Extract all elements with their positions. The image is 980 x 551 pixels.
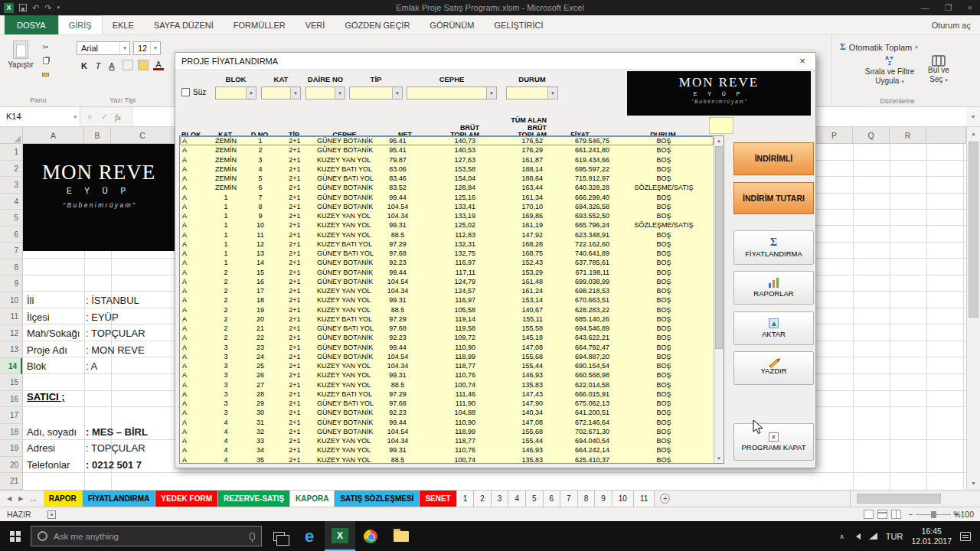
table-row[interactable]: A 3 30 2+1 GÜNEY BOTANİK 92.23 104,88 14… [180, 408, 714, 417]
table-row[interactable]: A 1 14 2+1 GÜNEY BOTANİK 92.23 116,97 15… [180, 258, 714, 267]
print-button[interactable]: YAZDIR [733, 351, 814, 385]
chevron-down-icon[interactable]: ▼ [392, 87, 402, 99]
vertical-scrollbar[interactable]: ▲ ▼ [966, 127, 980, 490]
discount-amount-button[interactable]: İNDİRİM TUTARI [733, 182, 814, 214]
format-painter-button[interactable] [40, 69, 51, 80]
table-row[interactable]: A ZEMİN 3 2+1 KUZEY YAN YOL 79.87 127,63… [180, 155, 714, 165]
sheet-tab[interactable]: 2 [474, 491, 492, 507]
table-row[interactable]: A ZEMİN 5 2+1 GÜNEY BATI YOL 83.46 154,0… [180, 174, 714, 183]
taskbar-search[interactable]: Ask me anything [31, 526, 262, 546]
new-sheet-button[interactable]: + [655, 491, 675, 507]
sheet-tab[interactable]: 10 [612, 491, 634, 507]
macro-record-icon[interactable] [47, 510, 56, 519]
close-program-button[interactable]: × PROGRAMI KAPAT [733, 423, 814, 461]
task-view-button[interactable] [263, 521, 294, 551]
transfer-button[interactable]: AKTAR [733, 311, 814, 345]
row-header[interactable]: 2 [0, 161, 22, 178]
notification-center-icon[interactable] [960, 532, 971, 541]
ribbon-tab[interactable]: DOSYA [5, 15, 58, 34]
scrollbar-thumb[interactable] [969, 142, 978, 318]
row-header[interactable]: 17 [0, 407, 22, 424]
scrollbar-thumb[interactable] [715, 146, 723, 349]
network-icon[interactable] [869, 533, 877, 540]
row-header[interactable]: 21 [0, 473, 22, 490]
scrollbar-thumb[interactable] [857, 494, 941, 504]
table-row[interactable]: A ZEMİN 6 2+1 GÜNEY BOTANİK 83.52 128,84… [180, 183, 714, 192]
sheet-tab[interactable]: 6 [544, 491, 561, 507]
ribbon-tab[interactable]: VERİ [296, 15, 335, 34]
table-row[interactable]: A 2 16 2+1 GÜNEY BOTANİK 104.54 124,79 1… [180, 277, 714, 286]
column-header[interactable]: P [816, 127, 853, 144]
chevron-down-icon[interactable]: ▾ [119, 42, 129, 54]
filter-combo-blok[interactable]: ▼ [215, 86, 256, 99]
table-row[interactable]: A 4 32 2+1 GÜNEY BOTANİK 104.54 118,99 1… [180, 427, 714, 436]
table-row[interactable]: A 3 26 2+1 KUZEY YAN YOL 99.31 110,76 14… [180, 370, 714, 380]
scroll-up-icon[interactable]: ▲ [967, 127, 980, 140]
tabs-more-icon[interactable]: ... [30, 494, 36, 503]
reports-button[interactable]: RAPORLAR [733, 271, 814, 305]
table-row[interactable]: A 2 21 2+1 GÜNEY BATI YOL 97.68 119,58 1… [180, 324, 714, 333]
microphone-icon[interactable] [250, 533, 255, 540]
column-header[interactable]: B [84, 127, 111, 144]
table-row[interactable]: A 3 23 2+1 GÜNEY BOTANİK 99.44 110,90 14… [180, 343, 714, 352]
table-row[interactable]: A 3 29 2+1 GÜNEY BATI YOL 97.68 111,90 1… [180, 399, 714, 408]
language-indicator[interactable]: TUR [886, 532, 903, 541]
paste-button[interactable]: Yapıştır [5, 40, 37, 69]
formula-bar-expand-icon[interactable]: ▾ [966, 107, 980, 126]
table-row[interactable]: A 3 25 2+1 KUZEY YAN YOL 104.34 118,77 1… [180, 361, 714, 370]
table-row[interactable]: A 1 12 2+1 KUZEY BATI YOL 97.29 132,31 1… [180, 240, 714, 249]
select-all-corner[interactable] [0, 127, 23, 144]
table-row[interactable]: A ZEMİN 2 2+1 GÜNEY BOTANİK 95.41 140,53… [180, 145, 714, 155]
cut-button[interactable]: ✂ [40, 41, 51, 52]
sheet-tab[interactable]: SENET [420, 491, 456, 507]
sort-filter-button[interactable]: A▼Z Sırala ve Filtre Uygula ▾ [863, 55, 916, 86]
row-header[interactable]: 19 [0, 440, 22, 457]
table-row[interactable]: A 3 28 2+1 KUZEY BATI YOL 97.29 111,46 1… [180, 390, 714, 399]
column-header[interactable] [926, 127, 966, 144]
chevron-down-icon[interactable]: ▼ [547, 87, 557, 99]
copy-button[interactable] [40, 55, 51, 66]
ribbon-tab[interactable]: EKLE [103, 15, 144, 34]
row-header[interactable]: 15 [0, 374, 22, 391]
ribbon-tab[interactable]: GELİŞTİRİCİ [484, 15, 553, 34]
table-row[interactable]: A 4 34 2+1 KUZEY YAN YOL 99.31 110,76 14… [180, 445, 714, 455]
column-header[interactable]: A [23, 127, 84, 144]
autosum-button[interactable]: Σ Otomatik Toplam ▾ [840, 41, 918, 53]
find-select-button[interactable]: Bul ve Seç ▾ [920, 55, 958, 85]
table-row[interactable]: A 1 8 2+1 GÜNEY BOTANİK 104.54 133,41 17… [180, 202, 714, 211]
filter-combo-daireno[interactable]: ▼ [305, 86, 345, 99]
row-header[interactable]: 12 [0, 325, 22, 342]
start-button[interactable] [0, 521, 31, 551]
row-header[interactable]: 20 [0, 457, 22, 474]
sheet-tab[interactable]: 5 [526, 491, 544, 507]
table-row[interactable]: A 2 22 2+1 GÜNEY BOTANİK 92.23 109,72 14… [180, 333, 714, 342]
table-row[interactable]: A 4 31 2+1 GÜNEY BOTANİK 99.44 110,90 14… [180, 418, 714, 427]
sheet-tab[interactable]: 7 [560, 491, 578, 507]
cell-seller-heading[interactable]: SATICI ; [27, 391, 65, 403]
minimize-button[interactable]: — [921, 3, 929, 12]
filter-combo-durum[interactable]: ▼ [506, 86, 558, 99]
ribbon-tab[interactable]: FORMÜLLER [224, 15, 296, 34]
tabs-prev-icon[interactable]: ◀ [7, 495, 11, 502]
row-header[interactable]: 10 [0, 292, 22, 309]
sheet-tab[interactable]: 3 [492, 491, 509, 507]
table-row[interactable]: A 4 33 2+1 KUZEY YAN YOL 104.34 118,77 1… [180, 436, 714, 445]
file-explorer-button[interactable] [386, 521, 416, 551]
sheet-tab[interactable]: KAPORA [290, 491, 335, 507]
table-row[interactable]: A 1 11 2+1 KUZEY YAN YOL 88.5 112,83 147… [180, 230, 714, 240]
row-header[interactable]: 6 [0, 227, 22, 243]
row-header[interactable]: 16 [0, 391, 22, 408]
table-row[interactable]: A ZEMİN 4 2+1 KUZEY BATI YOL 83.06 153,5… [180, 165, 714, 174]
sheet-tab[interactable]: REZERVE-SATIŞ [218, 491, 290, 507]
row-header[interactable]: 7 [0, 243, 22, 259]
scroll-down-icon[interactable]: ▼ [967, 477, 980, 490]
sheet-tab[interactable]: 1 [457, 491, 475, 507]
table-row[interactable]: A 2 15 2+1 GÜNEY BOTANİK 99.44 117,11 15… [180, 268, 714, 277]
name-box[interactable]: K14 ▾ [0, 107, 80, 126]
row-header[interactable]: 14 [0, 358, 22, 375]
scroll-up-icon[interactable]: ▲ [714, 136, 724, 145]
sheet-tab[interactable]: 4 [508, 491, 526, 507]
chevron-down-icon[interactable]: ▼ [335, 87, 345, 99]
filter-combo-cephe[interactable]: ▼ [407, 86, 497, 99]
zoom-out-icon[interactable]: − [908, 507, 913, 521]
